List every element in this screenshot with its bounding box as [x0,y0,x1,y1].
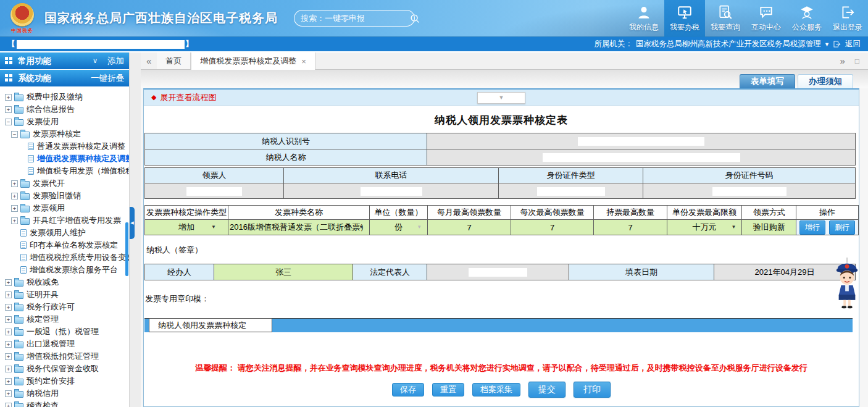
sidebar-item[interactable]: −发票票种核定 [0,128,129,140]
header-menu-my-info[interactable]: 我的信息 [624,0,664,37]
sidebar-item[interactable]: 增值税发票票种核定及调整 [0,153,129,165]
invoice-cell-select[interactable]: 十万元▼ [667,220,742,235]
select-field[interactable]: 增加▼ [146,220,227,235]
search-box[interactable] [294,10,415,27]
delete-row-button[interactable]: 删行 [829,220,855,235]
collapse-icon[interactable]: − [5,119,12,125]
tab-form-fill[interactable]: 表单填写 [740,74,795,88]
sidebar-item[interactable]: +开具红字增值税专用发票 [0,214,129,227]
sidebar-item[interactable]: +税务代保管资金收取 [0,363,129,375]
header-menu-logout[interactable]: 退出登录 [827,0,868,37]
expand-icon[interactable]: + [5,378,12,385]
search-icon[interactable] [409,13,420,24]
tabs-scroll-right-icon[interactable]: » [840,52,845,69]
sidebar-item[interactable]: +一般退（抵）税管理 [0,325,129,338]
expand-icon[interactable]: + [5,403,12,407]
sidebar-item[interactable]: +预约定价安排 [0,375,129,387]
sidebar-section-system[interactable]: 系统功能 一键折叠 [0,70,129,86]
select-field[interactable]: 十万元▼ [669,220,741,235]
sidebar-item[interactable]: +税务行政许可 [0,301,129,313]
close-tab-icon[interactable]: × [301,57,306,66]
save-button[interactable]: 保存 [392,383,424,397]
sidebar-item[interactable]: +核定管理 [0,313,129,325]
sidebar-item[interactable]: +证明开具 [0,288,129,301]
sidebar-item[interactable]: +发票验旧缴销 [0,190,129,202]
search-input[interactable] [301,14,409,23]
sidebar-section-common[interactable]: 常用功能 ∨ 添加 [0,52,129,69]
submit-button[interactable]: 提交 [528,382,565,398]
header-menu-my-query[interactable]: 我要查询 [705,0,746,37]
invoice-cell[interactable]: 验旧购新 [742,220,796,235]
sidebar-item[interactable]: +发票领用 [0,202,129,214]
add-favorites-button[interactable]: 添加 [107,56,124,67]
chevron-down-icon[interactable]: ▼ [417,220,422,235]
chevron-down-icon[interactable]: ▼ [211,220,216,235]
expand-icon[interactable]: + [5,292,12,298]
collapse-all-button[interactable]: 一键折叠 [91,73,124,84]
expand-icon[interactable]: + [5,366,12,372]
expand-icon[interactable]: + [5,353,12,360]
tabs-scroll-left-icon[interactable]: « [141,52,157,69]
sidebar-scrollbar[interactable] [125,222,128,276]
invoice-cell[interactable]: 7 [594,220,667,235]
tab-instructions[interactable]: 办理须知 [798,74,853,88]
expand-icon[interactable]: + [5,390,12,397]
expand-icon[interactable]: + [11,217,18,224]
sidebar-item[interactable]: +增值税抵扣凭证管理 [0,350,129,363]
sidebar-item[interactable]: 增值税发票综合服务平台 [0,264,129,276]
expand-icon[interactable]: + [11,180,18,187]
header-menu-do-tax[interactable]: 我要办税 [664,0,705,37]
select-field[interactable]: 2016版增值税普通发票（二联折叠票）▼ [230,220,368,235]
tab-home[interactable]: 首页 [157,52,191,69]
header-menu-public-service[interactable]: 公众服务 [787,0,827,37]
invoice-cell[interactable]: 7 [428,220,511,235]
print-button[interactable]: 打印 [574,382,611,398]
invoice-cell-select[interactable]: 2016版增值税普通发票（二联折叠票）▼ [228,220,370,235]
sidebar-item[interactable]: 普通发票票种核定及调整 [0,140,129,153]
expand-icon[interactable]: + [5,316,12,323]
expand-icon[interactable]: + [5,279,12,286]
flow-collapse-button[interactable]: ▼ [477,92,525,104]
header-menu-interaction-center[interactable]: 互动中心 [746,0,787,37]
chevron-down-icon[interactable]: ∨ [93,57,98,65]
invoice-cell-select[interactable]: 份▼ [369,220,427,235]
invoice-col-header: 每月最高领票数量 [428,206,511,220]
expand-icon[interactable]: + [5,106,12,113]
select-field[interactable]: 份▼ [371,220,426,235]
invoice-cell-select[interactable]: 增加▼ [145,220,228,235]
invoice-cell[interactable]: 7 [511,220,594,235]
expand-icon[interactable]: + [5,304,12,311]
sidebar-item[interactable]: +稽查检查 [0,400,129,407]
sidebar-collapse-handle[interactable]: ◀ [130,207,135,239]
archive-collect-button[interactable]: 档案采集 [472,383,520,397]
flow-chart-link[interactable]: 展开查看流程图 [160,92,216,103]
expand-icon[interactable]: + [5,94,12,101]
sidebar-item[interactable]: +纳税信用 [0,387,129,400]
expand-icon[interactable]: + [11,205,18,212]
section-tab[interactable]: 纳税人领用发票票种核定 [149,318,272,332]
sidebar-item[interactable]: +发票代开 [0,177,129,190]
sidebar-item[interactable]: 发票领用人维护 [0,227,129,239]
expand-icon[interactable]: + [5,341,12,348]
expand-icon[interactable]: + [5,329,12,335]
tab-vat-invoice-type-adjust[interactable]: 增值税发票票种核定及调整 × [191,52,315,70]
return-button[interactable]: 返回 [845,39,861,49]
sidebar-item[interactable]: +税收减免 [0,276,129,288]
return-icon[interactable] [833,40,841,48]
sidebar-item[interactable]: 增值税专用发票（增值税税控系 [0,165,129,177]
sidebar-item[interactable]: −发票使用 [0,115,129,128]
reset-button[interactable]: 重置 [432,383,464,397]
sidebar-item[interactable]: 增值税税控系统专用设备变更发行 [0,251,129,264]
sidebar-item[interactable]: 印有本单位名称发票核定 [0,239,129,251]
chevron-down-icon[interactable]: ▼ [359,220,364,235]
sidebar-item[interactable]: +税费申报及缴纳 [0,91,129,103]
maximize-icon[interactable]: □ [855,57,859,65]
expand-icon[interactable]: + [11,193,18,199]
collapse-icon[interactable]: − [11,131,18,138]
add-row-button[interactable]: 增行 [799,220,825,235]
sidebar-item[interactable]: +出口退税管理 [0,338,129,350]
agency-dropdown-icon[interactable]: ▼ [824,41,830,48]
chevron-down-icon[interactable]: ▼ [732,220,737,235]
agent-input[interactable]: 张三 [214,264,353,280]
sidebar-item[interactable]: +综合信息报告 [0,103,129,115]
